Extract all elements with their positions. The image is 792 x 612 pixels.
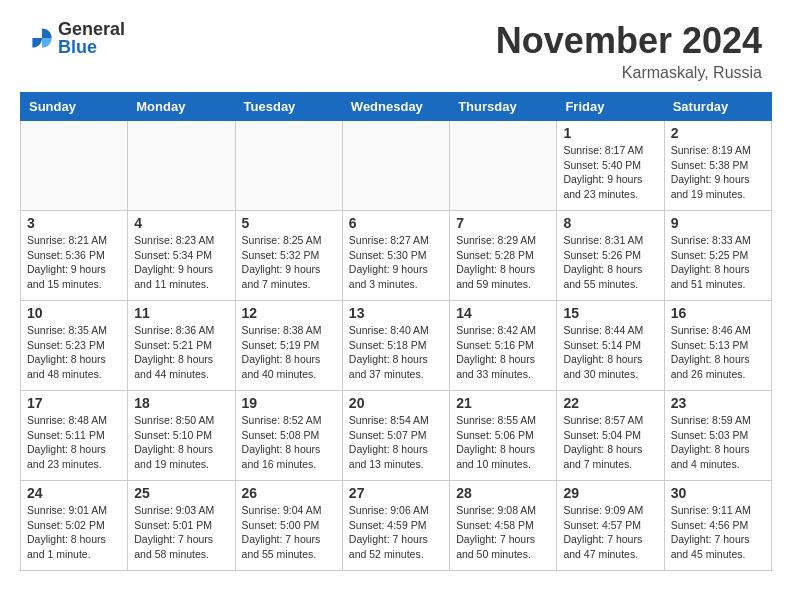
day-number: 15	[563, 305, 657, 321]
day-number: 6	[349, 215, 443, 231]
day-number: 2	[671, 125, 765, 141]
month-title: November 2024	[496, 20, 762, 62]
day-info: Sunrise: 8:36 AM Sunset: 5:21 PM Dayligh…	[134, 323, 228, 382]
calendar-cell: 24Sunrise: 9:01 AM Sunset: 5:02 PM Dayli…	[21, 481, 128, 571]
calendar-cell: 26Sunrise: 9:04 AM Sunset: 5:00 PM Dayli…	[235, 481, 342, 571]
day-number: 14	[456, 305, 550, 321]
calendar-cell: 17Sunrise: 8:48 AM Sunset: 5:11 PM Dayli…	[21, 391, 128, 481]
calendar-cell: 5Sunrise: 8:25 AM Sunset: 5:32 PM Daylig…	[235, 211, 342, 301]
location: Karmaskaly, Russia	[496, 64, 762, 82]
calendar-cell	[21, 121, 128, 211]
day-info: Sunrise: 8:57 AM Sunset: 5:04 PM Dayligh…	[563, 413, 657, 472]
calendar-cell	[342, 121, 449, 211]
calendar-cell: 10Sunrise: 8:35 AM Sunset: 5:23 PM Dayli…	[21, 301, 128, 391]
calendar-cell: 27Sunrise: 9:06 AM Sunset: 4:59 PM Dayli…	[342, 481, 449, 571]
calendar-cell: 19Sunrise: 8:52 AM Sunset: 5:08 PM Dayli…	[235, 391, 342, 481]
calendar-cell: 6Sunrise: 8:27 AM Sunset: 5:30 PM Daylig…	[342, 211, 449, 301]
day-number: 12	[242, 305, 336, 321]
day-info: Sunrise: 8:42 AM Sunset: 5:16 PM Dayligh…	[456, 323, 550, 382]
logo: General Blue	[30, 20, 125, 56]
day-info: Sunrise: 9:04 AM Sunset: 5:00 PM Dayligh…	[242, 503, 336, 562]
calendar-cell: 2Sunrise: 8:19 AM Sunset: 5:38 PM Daylig…	[664, 121, 771, 211]
logo-general-text: General	[58, 20, 125, 38]
logo-text: General Blue	[58, 20, 125, 56]
calendar-cell: 1Sunrise: 8:17 AM Sunset: 5:40 PM Daylig…	[557, 121, 664, 211]
calendar-cell: 7Sunrise: 8:29 AM Sunset: 5:28 PM Daylig…	[450, 211, 557, 301]
week-row-4: 17Sunrise: 8:48 AM Sunset: 5:11 PM Dayli…	[21, 391, 772, 481]
day-info: Sunrise: 8:46 AM Sunset: 5:13 PM Dayligh…	[671, 323, 765, 382]
calendar-cell: 21Sunrise: 8:55 AM Sunset: 5:06 PM Dayli…	[450, 391, 557, 481]
day-info: Sunrise: 9:09 AM Sunset: 4:57 PM Dayligh…	[563, 503, 657, 562]
day-info: Sunrise: 8:59 AM Sunset: 5:03 PM Dayligh…	[671, 413, 765, 472]
day-number: 21	[456, 395, 550, 411]
day-number: 27	[349, 485, 443, 501]
day-number: 3	[27, 215, 121, 231]
day-info: Sunrise: 9:01 AM Sunset: 5:02 PM Dayligh…	[27, 503, 121, 562]
calendar-cell: 25Sunrise: 9:03 AM Sunset: 5:01 PM Dayli…	[128, 481, 235, 571]
day-info: Sunrise: 9:11 AM Sunset: 4:56 PM Dayligh…	[671, 503, 765, 562]
day-info: Sunrise: 8:27 AM Sunset: 5:30 PM Dayligh…	[349, 233, 443, 292]
calendar-cell: 8Sunrise: 8:31 AM Sunset: 5:26 PM Daylig…	[557, 211, 664, 301]
calendar-cell: 29Sunrise: 9:09 AM Sunset: 4:57 PM Dayli…	[557, 481, 664, 571]
day-number: 20	[349, 395, 443, 411]
day-info: Sunrise: 8:29 AM Sunset: 5:28 PM Dayligh…	[456, 233, 550, 292]
calendar-cell	[235, 121, 342, 211]
calendar-cell: 14Sunrise: 8:42 AM Sunset: 5:16 PM Dayli…	[450, 301, 557, 391]
calendar-cell: 28Sunrise: 9:08 AM Sunset: 4:58 PM Dayli…	[450, 481, 557, 571]
calendar-cell: 13Sunrise: 8:40 AM Sunset: 5:18 PM Dayli…	[342, 301, 449, 391]
title-block: November 2024 Karmaskaly, Russia	[496, 20, 762, 82]
day-number: 8	[563, 215, 657, 231]
day-info: Sunrise: 8:19 AM Sunset: 5:38 PM Dayligh…	[671, 143, 765, 202]
day-number: 29	[563, 485, 657, 501]
calendar-cell: 18Sunrise: 8:50 AM Sunset: 5:10 PM Dayli…	[128, 391, 235, 481]
day-info: Sunrise: 8:48 AM Sunset: 5:11 PM Dayligh…	[27, 413, 121, 472]
day-info: Sunrise: 8:52 AM Sunset: 5:08 PM Dayligh…	[242, 413, 336, 472]
calendar-cell: 11Sunrise: 8:36 AM Sunset: 5:21 PM Dayli…	[128, 301, 235, 391]
calendar-cell: 30Sunrise: 9:11 AM Sunset: 4:56 PM Dayli…	[664, 481, 771, 571]
calendar-cell	[450, 121, 557, 211]
weekday-header-saturday: Saturday	[664, 93, 771, 121]
calendar-table: SundayMondayTuesdayWednesdayThursdayFrid…	[20, 92, 772, 571]
weekday-header-wednesday: Wednesday	[342, 93, 449, 121]
day-number: 28	[456, 485, 550, 501]
day-info: Sunrise: 9:06 AM Sunset: 4:59 PM Dayligh…	[349, 503, 443, 562]
day-number: 11	[134, 305, 228, 321]
day-number: 10	[27, 305, 121, 321]
weekday-header-thursday: Thursday	[450, 93, 557, 121]
day-number: 4	[134, 215, 228, 231]
day-info: Sunrise: 8:38 AM Sunset: 5:19 PM Dayligh…	[242, 323, 336, 382]
page-header: General Blue November 2024 Karmaskaly, R…	[0, 0, 792, 92]
day-number: 5	[242, 215, 336, 231]
weekday-header-row: SundayMondayTuesdayWednesdayThursdayFrid…	[21, 93, 772, 121]
day-number: 9	[671, 215, 765, 231]
day-number: 19	[242, 395, 336, 411]
day-number: 25	[134, 485, 228, 501]
weekday-header-friday: Friday	[557, 93, 664, 121]
day-number: 26	[242, 485, 336, 501]
calendar-cell: 3Sunrise: 8:21 AM Sunset: 5:36 PM Daylig…	[21, 211, 128, 301]
logo-blue-text: Blue	[58, 38, 125, 56]
day-number: 16	[671, 305, 765, 321]
day-info: Sunrise: 8:40 AM Sunset: 5:18 PM Dayligh…	[349, 323, 443, 382]
calendar-cell	[128, 121, 235, 211]
day-info: Sunrise: 9:08 AM Sunset: 4:58 PM Dayligh…	[456, 503, 550, 562]
calendar-cell: 16Sunrise: 8:46 AM Sunset: 5:13 PM Dayli…	[664, 301, 771, 391]
day-number: 22	[563, 395, 657, 411]
day-info: Sunrise: 8:35 AM Sunset: 5:23 PM Dayligh…	[27, 323, 121, 382]
calendar-cell: 9Sunrise: 8:33 AM Sunset: 5:25 PM Daylig…	[664, 211, 771, 301]
week-row-2: 3Sunrise: 8:21 AM Sunset: 5:36 PM Daylig…	[21, 211, 772, 301]
calendar-cell: 22Sunrise: 8:57 AM Sunset: 5:04 PM Dayli…	[557, 391, 664, 481]
calendar-cell: 23Sunrise: 8:59 AM Sunset: 5:03 PM Dayli…	[664, 391, 771, 481]
day-info: Sunrise: 8:21 AM Sunset: 5:36 PM Dayligh…	[27, 233, 121, 292]
logo-icon	[30, 26, 54, 50]
day-info: Sunrise: 8:54 AM Sunset: 5:07 PM Dayligh…	[349, 413, 443, 472]
day-number: 18	[134, 395, 228, 411]
day-number: 24	[27, 485, 121, 501]
calendar-cell: 12Sunrise: 8:38 AM Sunset: 5:19 PM Dayli…	[235, 301, 342, 391]
day-info: Sunrise: 8:55 AM Sunset: 5:06 PM Dayligh…	[456, 413, 550, 472]
day-info: Sunrise: 8:44 AM Sunset: 5:14 PM Dayligh…	[563, 323, 657, 382]
day-info: Sunrise: 8:25 AM Sunset: 5:32 PM Dayligh…	[242, 233, 336, 292]
day-number: 13	[349, 305, 443, 321]
day-info: Sunrise: 8:50 AM Sunset: 5:10 PM Dayligh…	[134, 413, 228, 472]
day-number: 1	[563, 125, 657, 141]
